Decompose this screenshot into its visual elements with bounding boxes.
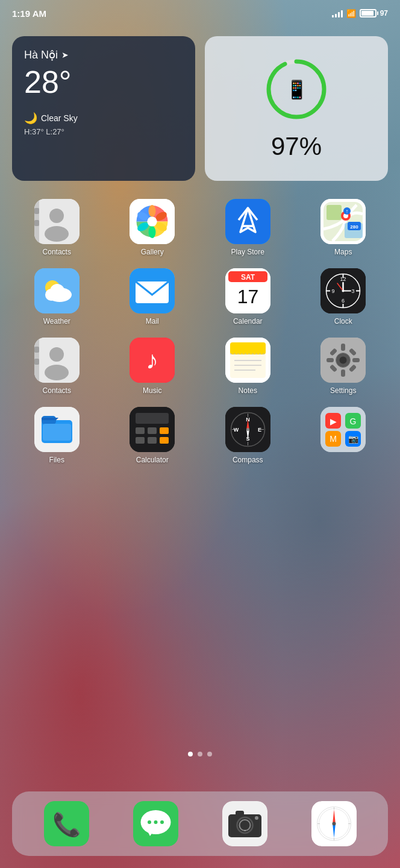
svg-rect-89 [136, 427, 145, 434]
page-dot-3[interactable] [207, 752, 212, 756]
svg-text:17: 17 [237, 286, 258, 307]
svg-rect-93 [148, 437, 157, 444]
battery-percent: 97% [271, 132, 322, 161]
svg-rect-7 [34, 220, 39, 226]
page-dot-2[interactable] [198, 752, 202, 756]
dock-messages[interactable] [133, 801, 178, 846]
phone-outline-icon: 📱 [286, 79, 308, 100]
svg-text:6: 6 [342, 298, 345, 304]
weather-condition-row: 🌙 Clear Sky [24, 112, 183, 125]
app-clock[interactable]: 12 6 9 3 Clock [299, 268, 389, 326]
svg-rect-62 [34, 359, 39, 365]
app-calculator[interactable]: Calculator [108, 407, 198, 464]
svg-rect-24 [327, 205, 342, 220]
svg-point-137 [332, 822, 336, 826]
app-contacts-label: Contacts [43, 248, 71, 256]
svg-point-4 [45, 226, 69, 242]
svg-rect-78 [352, 358, 360, 362]
weather-city-row: Hà Nội ➤ [24, 48, 183, 61]
app-settings-label: Settings [330, 386, 356, 395]
city-name: Hà Nội [24, 48, 58, 61]
app-grid: Contacts Gallery [12, 199, 388, 464]
dock-camera[interactable]: ● [222, 801, 267, 846]
svg-text:280: 280 [351, 224, 359, 230]
app-weather[interactable]: Weather [12, 268, 102, 326]
svg-text:SAT: SAT [241, 273, 255, 281]
app-mail[interactable]: Mail [108, 268, 198, 326]
weather-widget[interactable]: Hà Nội ➤ 28° 🌙 Clear Sky H:37° L:27° [12, 36, 195, 181]
app-calendar-label: Calendar [233, 317, 263, 326]
svg-text:●: ● [243, 828, 245, 832]
widgets-row: Hà Nội ➤ 28° 🌙 Clear Sky H:37° L:27° 📱 9… [12, 36, 388, 181]
svg-rect-6 [34, 208, 39, 214]
weather-hl: H:37° L:27° [24, 127, 183, 136]
weather-condition: Clear Sky [41, 113, 78, 123]
svg-text:M: M [330, 434, 337, 444]
svg-text:G: G [350, 417, 357, 426]
app-folder[interactable]: ▶ G M 📷 [299, 407, 389, 464]
wifi-icon: 📶 [346, 9, 356, 18]
app-notes-label: Notes [239, 386, 257, 395]
svg-rect-86 [43, 424, 71, 441]
app-contacts2[interactable]: Contacts [12, 338, 102, 395]
svg-rect-92 [136, 437, 145, 444]
app-mail-label: Mail [146, 317, 159, 326]
svg-rect-18 [225, 199, 270, 244]
app-compass[interactable]: N S W E Compass [203, 407, 293, 464]
svg-point-124 [160, 820, 164, 824]
svg-text:📷: 📷 [348, 434, 359, 444]
svg-point-130 [255, 816, 258, 820]
page-dot-1[interactable] [188, 752, 193, 756]
svg-rect-91 [160, 427, 169, 434]
app-gallery[interactable]: Gallery [108, 199, 198, 256]
app-playstore-label: Play Store [231, 248, 264, 256]
app-playstore[interactable]: Play Store [203, 199, 293, 256]
app-files-label: Files [49, 456, 64, 464]
weather-temp: 28° [24, 65, 183, 99]
svg-point-17 [148, 217, 157, 227]
svg-rect-129 [236, 811, 244, 817]
svg-point-74 [340, 357, 347, 364]
app-compass-label: Compass [233, 456, 263, 464]
svg-rect-88 [136, 413, 169, 424]
svg-point-36 [50, 284, 64, 298]
dock-safari[interactable] [311, 801, 357, 846]
app-music[interactable]: ♪ Music [108, 338, 198, 395]
svg-point-14 [149, 226, 156, 238]
svg-text:12: 12 [340, 276, 346, 282]
app-contacts[interactable]: Contacts [12, 199, 102, 256]
svg-rect-76 [341, 370, 345, 377]
svg-rect-77 [327, 358, 334, 362]
svg-point-107 [246, 428, 249, 431]
battery-widget[interactable]: 📱 97% [205, 36, 388, 181]
status-time: 1:19 AM [12, 8, 46, 19]
app-clock-label: Clock [334, 317, 352, 326]
svg-rect-94 [160, 437, 169, 444]
battery-ring: 📱 [263, 56, 330, 122]
location-arrow-icon: ➤ [61, 50, 69, 60]
svg-point-123 [154, 820, 157, 824]
svg-point-58 [49, 347, 64, 362]
svg-text:E: E [258, 427, 261, 433]
app-settings[interactable]: Settings [299, 338, 389, 395]
svg-point-3 [49, 209, 64, 223]
svg-point-11 [149, 205, 156, 217]
app-maps-label: Maps [334, 248, 352, 256]
app-weather-label: Weather [43, 317, 70, 326]
svg-rect-61 [34, 347, 39, 353]
app-calendar[interactable]: SAT 17 Calendar [203, 268, 293, 326]
svg-text:↑: ↑ [346, 208, 349, 215]
app-gallery-label: Gallery [141, 248, 164, 256]
page-dots [0, 752, 400, 756]
app-maps[interactable]: 280 ↑ Maps [299, 199, 389, 256]
app-calculator-label: Calculator [136, 456, 169, 464]
svg-text:♪: ♪ [146, 346, 158, 374]
status-bar: 1:19 AM 📶 97 [0, 0, 400, 27]
dock: 📞 ● [12, 791, 388, 856]
moon-icon: 🌙 [24, 112, 37, 125]
app-notes[interactable]: Notes [203, 338, 293, 395]
dock-phone[interactable]: 📞 [44, 801, 89, 846]
app-files[interactable]: Files [12, 407, 102, 464]
svg-text:9: 9 [332, 288, 335, 294]
svg-text:3: 3 [352, 288, 355, 294]
